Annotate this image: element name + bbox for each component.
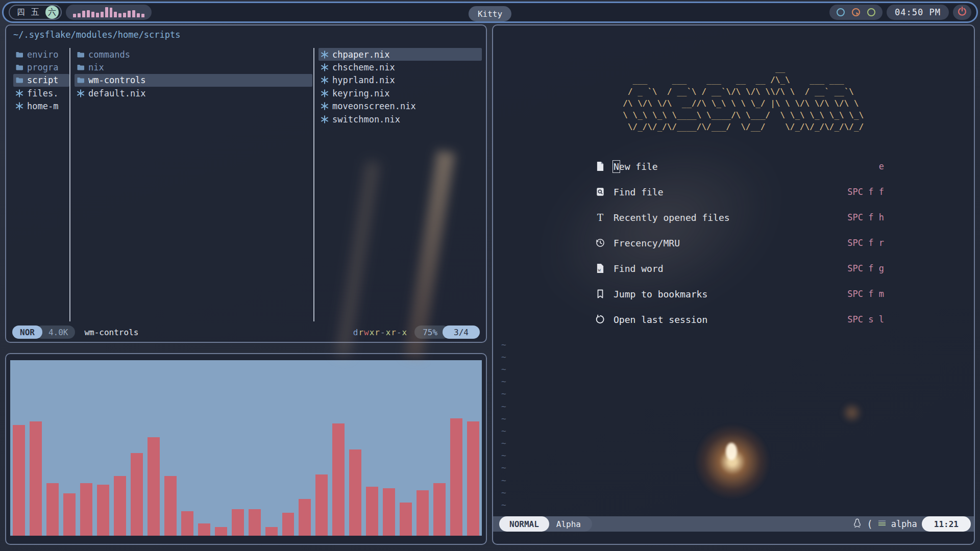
file-row[interactable]: moveonscreen.nix (318, 100, 482, 113)
chart-bar (164, 476, 177, 536)
file-row[interactable]: default.nix (75, 87, 312, 99)
file-row[interactable]: progra (13, 61, 69, 73)
chart-bar (46, 483, 59, 536)
mini-histogram-bar (82, 11, 85, 17)
chart-bar (215, 527, 227, 536)
file-name-label: switchmon.nix (332, 114, 400, 124)
menu-item-label: Recently opened files (614, 212, 730, 223)
nix-snowflake-icon (77, 89, 85, 97)
file-name-label: script (27, 75, 58, 85)
new-file-icon (594, 161, 606, 171)
power-button[interactable] (953, 5, 971, 20)
mini-histogram-bar (101, 12, 104, 17)
permission-char: w (364, 328, 370, 337)
chart-bar (366, 487, 378, 536)
parent-directory-column: enviroprograscriptfiles.home-m (13, 48, 69, 113)
top-bar: 四五六 Kitty 04:50 PM (2, 2, 978, 23)
mini-histogram-bar (128, 11, 131, 17)
menu-item-label: New file (614, 161, 658, 172)
permission-char: r (391, 328, 397, 337)
dashboard-menu-item[interactable]: Open last sessionSPC s l (594, 307, 884, 332)
dashboard-menu-item[interactable]: Find fileSPC f f (594, 179, 884, 205)
breadcrumb: ~/.sysflake/modules/home/scripts (13, 30, 181, 40)
file-name-label: home-m (27, 101, 58, 111)
nix-snowflake-icon (15, 89, 23, 97)
folder-icon (77, 51, 85, 59)
chart-bar (416, 490, 429, 536)
window-title-label: Kitty (478, 9, 502, 19)
file-row[interactable]: keyring.nix (318, 87, 482, 99)
file-row[interactable]: wm-controls (75, 74, 312, 87)
fileformat-label: ( (867, 518, 872, 530)
file-name-label: chscheme.nix (332, 62, 395, 72)
empty-line-tilde: ~ (501, 400, 506, 412)
chart-bar (181, 511, 193, 536)
empty-line-tilde: ~ (501, 412, 506, 424)
current-directory-column: commandsnixwm-controlsdefault.nix (75, 48, 312, 100)
tray-circle-icon[interactable] (851, 7, 861, 17)
file-row[interactable]: hyprland.nix (318, 74, 482, 87)
file-name-label: keyring.nix (332, 88, 390, 98)
column-divider (313, 48, 314, 321)
find-file-icon (594, 187, 606, 197)
file-row[interactable]: home-m (13, 100, 69, 113)
file-row[interactable]: switchmon.nix (318, 113, 482, 126)
file-row[interactable]: chscheme.nix (318, 61, 482, 73)
neovim-ascii-logo: __ ___ ___ ___ __ __ /\_\ ___ ___ / _ `\… (603, 62, 864, 133)
system-histogram-widget (66, 5, 152, 20)
dashboard-menu-item[interactable]: Frecency/MRUSPC f r (594, 230, 884, 256)
folder-icon (15, 63, 23, 71)
workspace-button-2[interactable]: 五 (31, 8, 39, 16)
file-name-label: hyprland.nix (332, 75, 395, 85)
tray-circle-icon[interactable] (866, 7, 876, 17)
file-row[interactable]: files. (13, 87, 69, 99)
nix-snowflake-icon (321, 102, 329, 110)
folder-icon (77, 76, 85, 84)
menu-item-shortcut: e (879, 161, 884, 171)
dashboard-menu-item[interactable]: TRecently opened filesSPC f h (594, 205, 884, 230)
neovim-statusline: NORMAL Alpha ( alpha 11:21 (493, 516, 974, 532)
nix-snowflake-icon (321, 76, 329, 84)
menu-item-label: Find file (614, 187, 664, 197)
file-row[interactable]: nix (75, 61, 312, 73)
empty-line-tilde: ~ (501, 474, 506, 486)
dashboard-menu-item[interactable]: Jump to bookmarksSPC f m (594, 281, 884, 307)
workspace-button-1[interactable]: 四 (17, 8, 25, 16)
empty-line-tilde: ~ (501, 486, 506, 498)
workspace-button-3[interactable]: 六 (45, 6, 59, 19)
chart-terminal-window (5, 353, 487, 545)
empty-line-tilde: ~ (501, 498, 506, 511)
menu-item-label: Frecency/MRU (614, 238, 680, 248)
session-icon (594, 314, 606, 324)
tray-circle-icon[interactable] (836, 7, 846, 17)
mini-histogram-bar (137, 13, 140, 17)
statusline-clock: 11:21 (922, 516, 971, 532)
permissions-label: drwxr-xr-x (353, 328, 407, 337)
file-row[interactable]: chpaper.nix (318, 48, 482, 61)
clock-widget: 04:50 PM (887, 5, 949, 20)
mini-histogram-bar (87, 10, 90, 17)
chart-bar (349, 449, 361, 536)
svg-text:w: w (598, 267, 601, 272)
mini-histogram-bar (105, 7, 108, 17)
chart-bar (13, 425, 25, 536)
file-row[interactable]: script (13, 74, 69, 87)
mini-histogram-bar (118, 13, 121, 17)
chart-bar (148, 437, 160, 536)
menu-item-shortcut: SPC f f (847, 187, 884, 197)
top-bar-right: 04:50 PM (829, 5, 971, 20)
dashboard-menu-item[interactable]: wFind wordSPC f g (594, 256, 884, 281)
file-row[interactable]: enviro (13, 48, 69, 61)
mini-histogram-bar (78, 13, 81, 17)
dashboard-menu-item[interactable]: New filee (594, 154, 884, 179)
menu-item-shortcut: SPC f g (847, 263, 884, 273)
clock-label: 04:50 PM (895, 7, 941, 17)
chart-bar (433, 483, 446, 536)
chart-bar (198, 523, 210, 536)
status-bar-right: drwxr-xr-x 75% 3/4 (353, 325, 480, 339)
chart-bar (467, 421, 479, 536)
file-row[interactable]: commands (75, 48, 312, 61)
folder-icon (15, 76, 23, 84)
file-name-label: commands (88, 49, 130, 60)
empty-line-tilde: ~ (501, 388, 506, 400)
